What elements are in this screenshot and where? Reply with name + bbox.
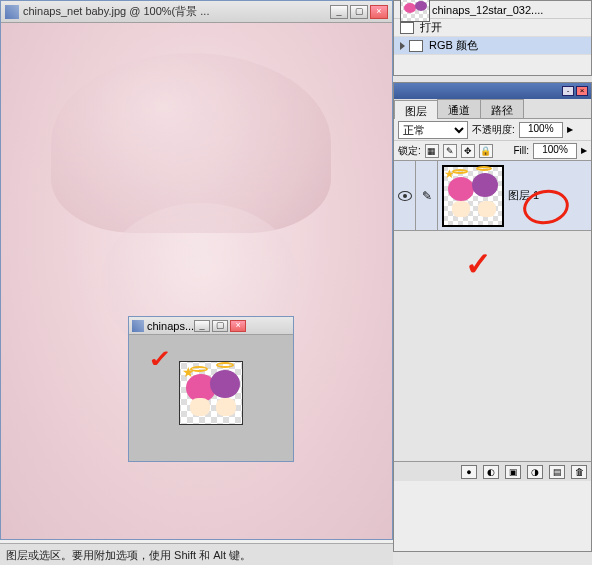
panel-header[interactable]: - × (394, 83, 591, 99)
angel-skin (216, 398, 236, 416)
brush-icon: ✎ (422, 189, 432, 203)
angel-purple (210, 370, 240, 398)
delete-layer-button[interactable]: 🗑 (571, 465, 587, 479)
history-item-label: RGB 颜色 (429, 38, 478, 53)
panel-minimize-button[interactable]: - (562, 86, 574, 96)
new-group-button[interactable]: ▣ (505, 465, 521, 479)
eye-icon (398, 191, 412, 201)
tab-layers[interactable]: 图层 (394, 100, 438, 119)
minimize-button[interactable]: _ (194, 320, 210, 332)
maximize-button[interactable]: ▢ (212, 320, 228, 332)
lock-all-icon[interactable]: 🔒 (479, 144, 493, 158)
fill-flyout-icon[interactable]: ▶ (581, 146, 587, 155)
lock-label: 锁定: (398, 144, 421, 158)
main-titlebar[interactable]: chinaps_net baby.jpg @ 100%(背景 ... _ ▢ × (1, 1, 392, 23)
layer-style-button[interactable]: ● (461, 465, 477, 479)
halo-icon (216, 362, 234, 368)
right-panels: chinaps_12star_032.... 打开 RGB 颜色 - × 图层 … (393, 0, 592, 565)
app-icon (5, 5, 19, 19)
adjustment-layer-button[interactable]: ◑ (527, 465, 543, 479)
tab-paths[interactable]: 路径 (480, 99, 524, 118)
layer-mask-button[interactable]: ◐ (483, 465, 499, 479)
minimize-button[interactable]: _ (330, 5, 348, 19)
small-title: chinaps... (147, 320, 194, 332)
angel-skin (190, 398, 210, 416)
opacity-input[interactable]: 100% (519, 122, 563, 138)
close-button[interactable]: × (370, 5, 388, 19)
annotation-checkmark: ✓ (148, 345, 172, 373)
status-bar: 图层或选区。要用附加选项，使用 Shift 和 Alt 键。 (0, 543, 393, 565)
history-doc-thumb[interactable] (400, 0, 430, 22)
lock-move-icon[interactable]: ✥ (461, 144, 475, 158)
opacity-label: 不透明度: (472, 123, 515, 137)
opacity-flyout-icon[interactable]: ▶ (567, 125, 573, 134)
triangle-icon (400, 42, 405, 50)
fill-label: Fill: (513, 145, 529, 156)
open-icon (400, 22, 414, 34)
maximize-button[interactable]: ▢ (350, 5, 368, 19)
lock-row: 锁定: ▦ ✎ ✥ 🔒 Fill: 100% ▶ (394, 141, 591, 161)
small-document-window: chinaps... _ ▢ × ★ (128, 316, 294, 462)
small-titlebar[interactable]: chinaps... _ ▢ × (129, 317, 293, 335)
mode-icon (409, 40, 423, 52)
close-button[interactable]: × (230, 320, 246, 332)
lock-transparency-icon[interactable]: ▦ (425, 144, 439, 158)
visibility-toggle[interactable] (394, 161, 416, 230)
history-item-label: 打开 (420, 20, 442, 35)
lock-paint-icon[interactable]: ✎ (443, 144, 457, 158)
layer-options-row: 正常 不透明度: 100% ▶ (394, 119, 591, 141)
halo-icon (190, 366, 208, 372)
history-item-rgb[interactable]: RGB 颜色 (394, 37, 591, 55)
history-item-open[interactable]: 打开 (394, 19, 591, 37)
history-header[interactable]: chinaps_12star_032.... (394, 1, 591, 19)
panel-tabs: 图层 通道 路径 (394, 99, 591, 119)
app-icon (132, 320, 144, 332)
tab-channels[interactable]: 通道 (437, 99, 481, 118)
main-title: chinaps_net baby.jpg @ 100%(背景 ... (23, 4, 330, 19)
layer-thumbnail[interactable]: ★ (442, 165, 504, 227)
history-doc-name: chinaps_12star_032.... (432, 4, 543, 16)
new-layer-button[interactable]: ▤ (549, 465, 565, 479)
fill-input[interactable]: 100% (533, 143, 577, 159)
angel-artwork[interactable]: ★ (179, 361, 243, 425)
annotation-checkmark: ✓ (465, 245, 492, 283)
active-layer-indicator[interactable]: ✎ (416, 161, 438, 230)
panel-close-button[interactable]: × (576, 86, 588, 96)
blend-mode-select[interactable]: 正常 (398, 121, 468, 139)
history-panel: chinaps_12star_032.... 打开 RGB 颜色 (393, 0, 592, 76)
layer-footer: ● ◐ ▣ ◑ ▤ 🗑 (394, 461, 591, 481)
layers-panel: - × 图层 通道 路径 正常 不透明度: 100% ▶ 锁定: ▦ ✎ ✥ 🔒… (393, 82, 592, 552)
status-text: 图层或选区。要用附加选项，使用 Shift 和 Alt 键。 (6, 549, 251, 561)
